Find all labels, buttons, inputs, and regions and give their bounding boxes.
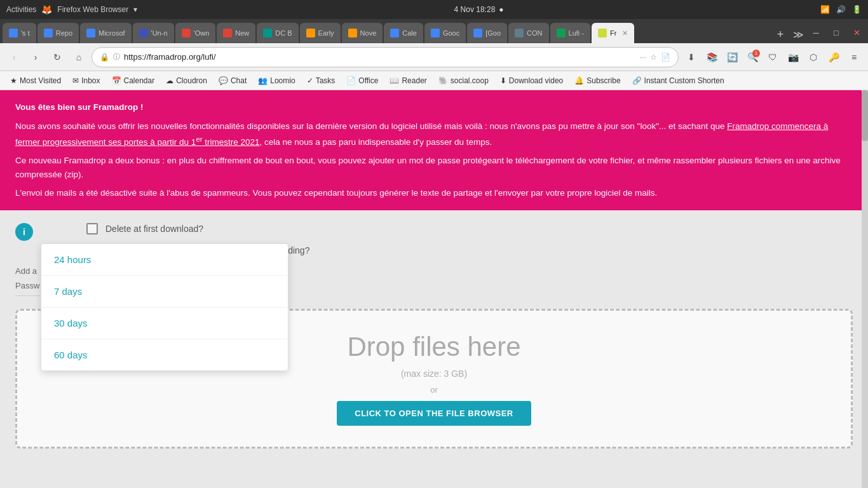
url-options-icon[interactable]: ··· [640, 53, 646, 62]
tab-t14[interactable]: Lufi - [550, 23, 590, 43]
tab-t3[interactable]: Microsof [80, 23, 132, 43]
volume-icon: 🔊 [836, 5, 846, 14]
bookmark-9[interactable]: 🐘social.coop [433, 74, 494, 87]
expiry-wrapper: i 24 hours 7 days 30 days 60 days [15, 220, 33, 241]
close-button[interactable]: ✕ [848, 24, 865, 41]
tab-t15[interactable]: Fr✕ [592, 23, 634, 43]
tab-favicon-t9 [348, 29, 357, 37]
bookmark-6[interactable]: ✓Tasks [302, 74, 341, 87]
bookmark-icon-2: 📅 [112, 76, 121, 85]
tab-t10[interactable]: Cale [384, 23, 423, 43]
activities-label[interactable]: Activities [6, 5, 36, 14]
bookmark-8[interactable]: 📖Reader [384, 74, 431, 87]
tab-t1[interactable]: 's t [3, 23, 36, 43]
bookmark-10[interactable]: ⬇Download video [495, 74, 568, 87]
screenshot-icon[interactable]: 📷 [784, 48, 802, 66]
tab-favicon-t1 [9, 29, 18, 37]
bookmark-label-9: social.coop [451, 76, 489, 85]
tab-favicon-t13 [515, 29, 524, 37]
maximize-button[interactable]: □ [827, 24, 845, 41]
new-tab-button[interactable]: + [771, 25, 789, 43]
expiry-option-24h[interactable]: 24 hours [41, 244, 288, 276]
browser-menu-arrow[interactable]: ▾ [133, 5, 137, 14]
extension1-icon[interactable]: ⬡ [804, 48, 822, 66]
tab-close-t15[interactable]: ✕ [622, 29, 628, 37]
sync-icon[interactable]: 🔄 [723, 48, 741, 66]
bookmark-3[interactable]: ☁Cloudron [161, 74, 212, 87]
network-icon: ● [499, 5, 503, 14]
tab-favicon-t8 [306, 29, 315, 37]
tab-t9[interactable]: Nove [342, 23, 383, 43]
tab-t7[interactable]: DC B [257, 23, 298, 43]
download-icon[interactable]: ⬇ [682, 48, 700, 66]
tab-t4[interactable]: 'Un-n [133, 23, 174, 43]
minimize-button[interactable]: ─ [807, 24, 825, 41]
bookmark-label-11: Subscribe [587, 76, 620, 85]
tab-t8[interactable]: Early [300, 23, 341, 43]
tab-favicon-t14 [557, 29, 566, 37]
scrollbar-track [862, 90, 868, 488]
delete-first-download-checkbox[interactable] [86, 223, 98, 234]
tab-favicon-t4 [139, 29, 148, 37]
bitwarden-icon[interactable]: 🔑 [825, 48, 843, 66]
bookmark-label-0: Most Visited [20, 76, 61, 85]
tab-label-t7: DC B [275, 29, 292, 37]
expiry-option-30d[interactable]: 30 days [41, 308, 288, 339]
tab-t13[interactable]: CON [508, 23, 548, 43]
expiry-dropdown[interactable]: 24 hours 7 days 30 days 60 days [41, 243, 288, 371]
expiry-option-7d[interactable]: 7 days [41, 276, 288, 308]
forward-button[interactable]: › [27, 48, 44, 66]
tab-t5[interactable]: 'Own [175, 23, 216, 43]
bookmark-11[interactable]: 🔔Subscribe [569, 74, 625, 87]
bookmark-0[interactable]: ★Most Visited [5, 74, 66, 87]
open-file-browser-button[interactable]: CLICK TO OPEN THE FILE BROWSER [337, 401, 531, 426]
bookmark-label-6: Tasks [316, 76, 336, 85]
tab-t6[interactable]: New [217, 23, 255, 43]
tab-label-t9: Nove [360, 29, 377, 37]
info-icon: i [15, 223, 33, 241]
browser-label: Firefox Web Browser [57, 5, 128, 14]
bookmark-12[interactable]: 🔗Instant Custom Shorten [627, 74, 729, 87]
reader-mode-icon[interactable]: 📄 [661, 53, 670, 62]
tab-t12[interactable]: [Goo [467, 23, 507, 43]
container-icon[interactable]: 🔍 1 [743, 48, 761, 66]
home-button[interactable]: ⌂ [70, 48, 88, 66]
bookmark-1[interactable]: ✉Inbox [67, 74, 105, 87]
tab-t2[interactable]: Repo [37, 23, 79, 43]
expiry-option-60d[interactable]: 60 days [41, 339, 288, 370]
scrollbar-thumb[interactable] [862, 90, 868, 141]
datetime-label: 4 Nov 18:28 [454, 5, 496, 14]
sidebar-icon[interactable]: ≡ [845, 48, 863, 66]
back-button[interactable]: ‹ [5, 48, 23, 66]
library-icon[interactable]: 📚 [703, 48, 721, 66]
url-text[interactable]: https://framadrop.org/lufi/ [124, 52, 636, 62]
bookmark-2[interactable]: 📅Calendar [107, 74, 160, 87]
bookmark-icon-10: ⬇ [500, 76, 506, 85]
alert-line4: L'envoi de mails a été désactivé suite à… [15, 186, 853, 200]
browser-icon: 🦊 [41, 4, 52, 15]
bookmark-icon-9: 🐘 [438, 76, 448, 85]
bookmark-5[interactable]: 👥Loomio [253, 74, 300, 87]
bookmark-label-2: Calendar [124, 76, 155, 85]
bookmark-icon-11: 🔔 [574, 76, 584, 85]
drop-zone-subtitle: (max size: 3 GB) [401, 369, 467, 379]
page-content: Vous êtes bien sur Framadrop ! Nous avon… [0, 90, 868, 488]
tab-overflow-button[interactable]: ≫ [789, 25, 807, 43]
bookmark-star-icon[interactable]: ☆ [650, 53, 657, 62]
tab-t11[interactable]: Gooc [424, 23, 466, 43]
tab-label-t2: Repo [56, 29, 72, 37]
ublock-icon[interactable]: 🛡 [764, 48, 782, 66]
bookmark-icon-7: 📄 [346, 76, 356, 85]
tab-label-t6: New [235, 29, 249, 37]
reload-button[interactable]: ↻ [48, 48, 66, 66]
bookmark-7[interactable]: 📄Office [341, 74, 383, 87]
alert-link[interactable]: Framadrop commencera à fermer progressiv… [15, 121, 828, 147]
url-bar[interactable]: 🔒 ⓘ https://framadrop.org/lufi/ ··· ☆ 📄 [92, 47, 679, 67]
battery-icon: 🔋 [852, 5, 862, 14]
bookmark-icon-8: 📖 [390, 76, 399, 85]
tab-favicon-t5 [182, 29, 191, 37]
bookmark-icon-4: 💬 [219, 76, 228, 85]
bookmark-4[interactable]: 💬Chat [214, 74, 252, 87]
bookmark-icon-6: ✓ [307, 76, 313, 85]
bookmark-label-1: Inbox [81, 76, 100, 85]
